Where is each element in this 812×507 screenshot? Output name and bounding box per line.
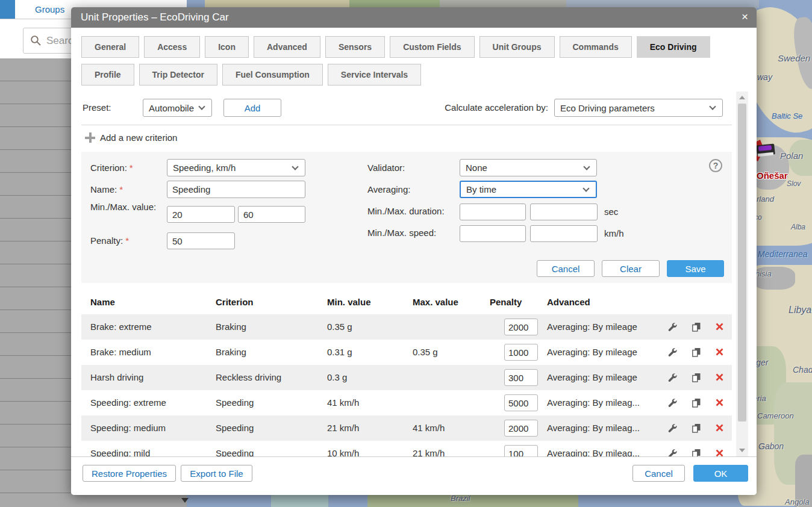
delete-icon[interactable] bbox=[715, 322, 725, 332]
help-icon[interactable]: ? bbox=[709, 159, 722, 172]
tab-custom-fields[interactable]: Custom Fields bbox=[390, 36, 474, 58]
cell-criterion: Speeding bbox=[216, 415, 254, 441]
scrollbar[interactable] bbox=[736, 92, 748, 456]
header-criterion: Criterion bbox=[216, 290, 254, 314]
dialog-tabs: GeneralAccessIconAdvancedSensorsCustom F… bbox=[81, 36, 748, 92]
copy-icon[interactable] bbox=[692, 373, 701, 382]
min-value-input[interactable] bbox=[167, 206, 235, 223]
row-penalty-input[interactable] bbox=[504, 344, 538, 361]
panel-collapse-arrow[interactable] bbox=[181, 498, 189, 503]
delete-icon[interactable] bbox=[715, 373, 725, 382]
dialog-footer: Restore Properties Export to File Cancel… bbox=[71, 456, 757, 495]
tab-unit-groups[interactable]: Unit Groups bbox=[479, 36, 555, 58]
wrench-icon[interactable] bbox=[667, 322, 677, 332]
delete-icon[interactable] bbox=[715, 449, 725, 456]
tab-icon[interactable]: Icon bbox=[205, 36, 249, 58]
max-speed-input[interactable] bbox=[530, 225, 598, 242]
min-speed-input[interactable] bbox=[460, 225, 526, 242]
list-item[interactable] bbox=[0, 493, 187, 507]
copy-icon[interactable] bbox=[692, 449, 701, 456]
wrench-icon[interactable] bbox=[667, 449, 677, 456]
close-icon[interactable]: × bbox=[742, 7, 748, 28]
criterion-select[interactable]: Speeding, km/h bbox=[167, 159, 305, 176]
averaging-select[interactable]: By time bbox=[460, 181, 597, 198]
form-clear-button[interactable]: Clear bbox=[602, 260, 660, 277]
scrollbar-thumb[interactable] bbox=[738, 104, 746, 421]
calc-acceleration-select[interactable]: Eco Driving parameters bbox=[554, 99, 723, 117]
required-mark: * bbox=[119, 184, 123, 194]
name-label-text: Name: bbox=[90, 184, 117, 194]
validator-value: None bbox=[466, 163, 487, 173]
max-value-input[interactable] bbox=[238, 206, 305, 223]
copy-icon[interactable] bbox=[692, 423, 701, 433]
tab-general[interactable]: General bbox=[81, 36, 139, 58]
calc-acceleration-label: Calculate acceleration by: bbox=[408, 99, 548, 117]
name-input[interactable] bbox=[167, 181, 305, 198]
tab-fuel-consumption[interactable]: Fuel Consumption bbox=[222, 64, 323, 86]
header-min-value: Min. value bbox=[327, 290, 371, 314]
tab-eco-driving[interactable]: Eco Driving bbox=[637, 36, 710, 58]
cell-min: 41 km/h bbox=[327, 390, 359, 415]
wrench-icon[interactable] bbox=[667, 373, 677, 382]
criterion-label-text: Criterion: bbox=[90, 163, 127, 173]
min-duration-input[interactable] bbox=[460, 204, 526, 220]
tab-trip-detector[interactable]: Trip Detector bbox=[139, 64, 217, 86]
tab-profile[interactable]: Profile bbox=[81, 64, 134, 86]
tab-sensors[interactable]: Sensors bbox=[325, 36, 385, 58]
scroll-down-icon[interactable] bbox=[739, 449, 745, 452]
cell-name: Brake: extreme bbox=[90, 314, 152, 340]
delete-icon[interactable] bbox=[715, 347, 725, 357]
max-duration-input[interactable] bbox=[530, 204, 598, 220]
copy-icon[interactable] bbox=[692, 398, 701, 408]
tab-access[interactable]: Access bbox=[144, 36, 200, 58]
chevron-down-icon bbox=[583, 163, 590, 170]
scroll-up-icon[interactable] bbox=[739, 96, 745, 99]
copy-icon[interactable] bbox=[692, 347, 701, 357]
cell-advanced: Averaging: By mileag... bbox=[547, 415, 640, 441]
dialog-ok-button[interactable]: OK bbox=[693, 465, 748, 482]
chevron-down-icon bbox=[709, 103, 716, 110]
panel-tab-groups[interactable]: Groups bbox=[35, 0, 64, 19]
copy-icon[interactable] bbox=[692, 322, 701, 332]
panel-active-tab[interactable] bbox=[0, 0, 15, 19]
delete-icon[interactable] bbox=[715, 423, 725, 433]
row-penalty-input[interactable] bbox=[504, 319, 538, 335]
restore-properties-button[interactable]: Restore Properties bbox=[83, 465, 176, 482]
row-penalty-input[interactable] bbox=[504, 420, 538, 437]
map-label: rland bbox=[757, 194, 774, 204]
dialog-titlebar: Unit Properties – EcoDriving Car × bbox=[71, 7, 757, 28]
cell-advanced: Averaging: By mileag... bbox=[547, 441, 640, 456]
tab-advanced[interactable]: Advanced bbox=[254, 36, 320, 58]
wrench-icon[interactable] bbox=[667, 347, 677, 357]
penalty-input[interactable] bbox=[167, 232, 235, 249]
cell-criterion: Speeding bbox=[216, 390, 254, 415]
row-penalty-input[interactable] bbox=[504, 369, 538, 386]
tab-service-intervals[interactable]: Service Intervals bbox=[328, 64, 421, 86]
dialog-cancel-button[interactable]: Cancel bbox=[632, 465, 685, 482]
add-preset-button[interactable]: Add bbox=[223, 99, 281, 117]
form-save-button[interactable]: Save bbox=[667, 260, 724, 277]
cell-criterion: Braking bbox=[216, 314, 246, 340]
table-row: Harsh drivingReckless driving0.3 gAverag… bbox=[81, 365, 732, 390]
validator-select[interactable]: None bbox=[460, 159, 597, 176]
criterion-form: Criterion:* Speeding, km/h Name:* Min./M… bbox=[81, 152, 732, 283]
wrench-icon[interactable] bbox=[667, 423, 677, 433]
delete-icon[interactable] bbox=[715, 398, 725, 408]
map-label: Chad bbox=[793, 365, 812, 375]
export-to-file-button[interactable]: Export to File bbox=[181, 465, 252, 482]
tab-commands[interactable]: Commands bbox=[560, 36, 632, 58]
averaging-label: Averaging: bbox=[367, 181, 410, 198]
row-penalty-input[interactable] bbox=[504, 445, 538, 456]
add-new-criterion-link[interactable]: Add a new criterion bbox=[100, 131, 177, 145]
header-advanced: Advanced bbox=[547, 290, 590, 314]
map-label: Cameroon bbox=[757, 411, 794, 420]
cell-name: Speeding: medium bbox=[90, 415, 166, 441]
form-cancel-button[interactable]: Cancel bbox=[537, 260, 595, 277]
preset-select[interactable]: Automobile bbox=[143, 99, 212, 117]
wrench-icon[interactable] bbox=[667, 398, 677, 408]
dialog-title: Unit Properties – EcoDriving Car bbox=[81, 7, 229, 28]
table-row: Brake: mediumBraking0.31 g0.35 gAveragin… bbox=[81, 340, 732, 365]
map-label: Baltic Se bbox=[772, 111, 802, 120]
row-penalty-input[interactable] bbox=[504, 394, 538, 411]
header-name: Name bbox=[90, 290, 115, 314]
